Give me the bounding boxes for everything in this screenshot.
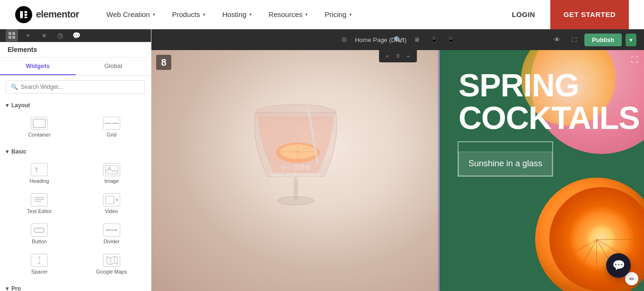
- heading-spring: SPRING: [459, 69, 625, 101]
- canvas-left-column: 8: [151, 50, 440, 291]
- basic-elements-grid: T Heading Image Text Editor: [0, 158, 151, 282]
- svg-rect-6: [9, 36, 11, 39]
- nav-label-hosting: Hosting: [222, 10, 247, 18]
- chevron-down-icon-web: ▾: [153, 12, 155, 17]
- search-input[interactable]: [21, 84, 140, 90]
- nav-item-resources[interactable]: Resources ▾: [260, 0, 317, 29]
- svg-point-35: [277, 197, 314, 205]
- tab-widgets[interactable]: Widgets: [0, 58, 76, 75]
- main-nav: Web Creation ▾ Products ▾ Hosting ▾ Reso…: [98, 0, 504, 29]
- svg-marker-19: [107, 229, 109, 231]
- canvas-frame: × ⠿ ＋ 8: [151, 50, 644, 291]
- element-heading[interactable]: T Heading: [4, 158, 75, 187]
- widget-search-box[interactable]: 🔍: [6, 80, 145, 94]
- element-button[interactable]: Button: [4, 218, 75, 248]
- canvas-selection-handles: × ⠿ ＋: [379, 50, 417, 62]
- element-image[interactable]: Image: [76, 158, 148, 187]
- element-video-label: Video: [105, 208, 118, 214]
- panel-toolbar-add-icon[interactable]: ＋: [22, 29, 34, 42]
- svg-rect-0: [20, 11, 23, 18]
- grapefruit-segment-1: [597, 239, 644, 240]
- svg-rect-10: [106, 165, 118, 174]
- svg-rect-5: [12, 32, 15, 35]
- bt-settings-icon[interactable]: ⚙: [338, 33, 351, 46]
- container-icon: [31, 117, 48, 130]
- bt-desktop-icon[interactable]: 🖥: [410, 33, 423, 46]
- bt-tablet-icon[interactable]: 📱: [427, 33, 441, 46]
- nav-label-web-creation: Web Creation: [106, 10, 150, 18]
- cocktail-photo-bg: 小小资源铺www.xxziyuan.top: [151, 50, 440, 291]
- heading-cocktails: COCKTAILS: [459, 101, 625, 135]
- panel-toolbar-chat-icon[interactable]: 💬: [70, 29, 82, 42]
- bt-responsive-icon[interactable]: ⛶: [567, 33, 581, 46]
- image-icon: [103, 163, 120, 176]
- element-text-label: Text Editor: [27, 208, 52, 214]
- element-grid-label: Grid: [106, 132, 116, 137]
- panel-toolbar-list-icon[interactable]: ≡: [38, 29, 50, 42]
- login-button[interactable]: LOGIN: [504, 10, 543, 18]
- grapefruit-segment-4: [596, 240, 597, 291]
- layout-elements-grid: Container Grid: [0, 111, 151, 145]
- panel-toolbar-history-icon[interactable]: ◷: [54, 29, 66, 42]
- section-basic-text: Basic: [11, 148, 26, 155]
- heading-icon: T: [31, 163, 48, 176]
- spacer-icon: [31, 254, 48, 267]
- svg-rect-17: [35, 228, 44, 232]
- element-grid[interactable]: Grid: [76, 111, 148, 141]
- element-spacer-label: Spacer: [31, 269, 48, 274]
- subtitle-container[interactable]: Sunshine in a glass: [459, 142, 552, 176]
- element-maps[interactable]: Google Maps: [76, 248, 148, 278]
- svg-rect-2: [25, 14, 27, 16]
- panel-toolbar: ＋ ≡ ◷ 💬: [0, 29, 151, 42]
- element-container[interactable]: Container: [4, 111, 75, 141]
- builder-center-controls: ⚙ Home Page (Draft) 🖥 📱 📱: [338, 33, 458, 46]
- logo-area[interactable]: elementor: [15, 6, 79, 23]
- handle-move-icon[interactable]: ⠿: [393, 51, 403, 61]
- nav-label-resources: Resources: [269, 10, 303, 18]
- panel-toolbar-grid-icon[interactable]: [6, 29, 18, 42]
- chat-widget-button[interactable]: 💬: [606, 253, 631, 278]
- publish-expand-button[interactable]: ▾: [626, 34, 636, 46]
- right-text-content: SPRING COCKTAILS Sunshine in a glass: [440, 50, 644, 185]
- chevron-down-icon-resources: ▾: [305, 12, 308, 17]
- tab-global[interactable]: Global: [76, 58, 151, 75]
- canvas-content: 8: [151, 50, 644, 291]
- element-maps-label: Google Maps: [96, 269, 127, 274]
- svg-marker-24: [107, 257, 117, 265]
- search-icon: 🔍: [11, 84, 18, 90]
- nav-item-hosting[interactable]: Hosting ▾: [214, 0, 260, 29]
- elements-panel: ＋ ≡ ◷ 💬 Elements Widgets Global 🔍 ▾ Layo…: [0, 29, 151, 291]
- nav-item-web-creation[interactable]: Web Creation ▾: [98, 0, 163, 29]
- nav-right-actions: LOGIN GET STARTED: [504, 0, 629, 29]
- element-image-label: Image: [104, 178, 119, 184]
- get-started-button[interactable]: GET STARTED: [550, 0, 629, 29]
- pencil-icon: ✏: [629, 275, 635, 282]
- svg-rect-15: [106, 196, 114, 204]
- element-text-editor[interactable]: Text Editor: [4, 188, 75, 217]
- nav-item-pricing[interactable]: Pricing ▾: [316, 0, 360, 29]
- svg-rect-3: [25, 17, 27, 18]
- bt-eye-icon[interactable]: 👁: [550, 33, 564, 46]
- element-spacer[interactable]: Spacer: [4, 248, 75, 278]
- publish-button[interactable]: Publish: [584, 34, 622, 46]
- section-basic-label[interactable]: ▾ Basic: [0, 145, 151, 158]
- bt-mobile-icon[interactable]: 📱: [444, 33, 458, 46]
- nav-item-products[interactable]: Products ▾: [164, 0, 214, 29]
- subtitle-text: Sunshine in a glass: [459, 152, 552, 176]
- handle-add-icon[interactable]: ＋: [404, 51, 413, 61]
- top-navigation: elementor Web Creation ▾ Products ▾ Host…: [0, 0, 644, 29]
- element-video[interactable]: Video: [76, 188, 148, 217]
- builder-toolbar: 🔍 ⚙ Home Page (Draft) 🖥 📱 📱 👁 ⛶ Publish …: [151, 29, 644, 50]
- maps-icon: [103, 254, 120, 267]
- element-divider[interactable]: Divider: [76, 218, 148, 248]
- section-layout-label[interactable]: ▾ Layout: [0, 98, 151, 111]
- svg-marker-23: [37, 263, 41, 264]
- section-pro-label[interactable]: ▾ Pro: [0, 282, 151, 291]
- svg-text:T: T: [35, 166, 38, 173]
- element-button-label: Button: [32, 239, 47, 244]
- svg-marker-20: [115, 229, 116, 231]
- nav-label-pricing: Pricing: [325, 10, 346, 18]
- cocktail-glass-svg: [234, 64, 357, 225]
- handle-close-icon[interactable]: ×: [383, 51, 392, 61]
- nav-label-products: Products: [172, 10, 200, 18]
